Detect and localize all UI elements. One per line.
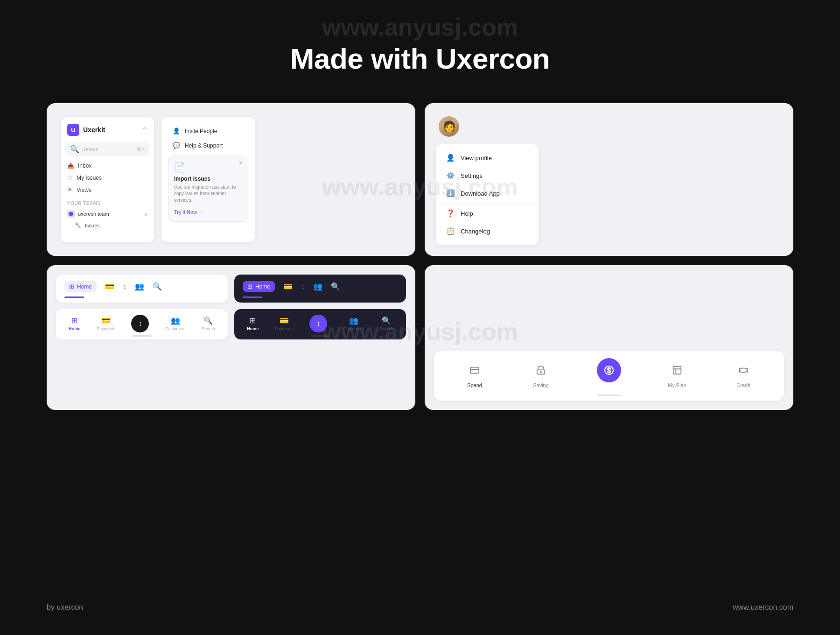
profile-menu-item-downloadapp[interactable]: ⬇️ Download App bbox=[441, 184, 534, 202]
nav-bottom-payments-dark[interactable]: 💳 Payments bbox=[275, 316, 294, 331]
saving-label: Saving bbox=[533, 382, 549, 388]
popup-invite-label: Invite People bbox=[185, 128, 217, 134]
chevron-icon: ∧ bbox=[144, 212, 147, 217]
nav-bottom-payments-light[interactable]: 💳 Payments bbox=[97, 316, 115, 331]
saving-icon-wrap bbox=[531, 360, 551, 381]
nav-indicator-dark bbox=[311, 335, 329, 337]
sidebar-item-inbox[interactable]: 📥 Inbox bbox=[61, 160, 154, 172]
nav-search-icon-dark[interactable]: 🔍 bbox=[331, 282, 340, 291]
nav-bottom-customers-light[interactable]: 👥 Customers bbox=[165, 316, 186, 331]
home-label-dark-bottom: Home bbox=[247, 326, 259, 331]
sidebar-team-item[interactable]: uxercon team ∧ bbox=[61, 208, 154, 220]
nav-home-chip-light[interactable]: ⊞ Home bbox=[64, 281, 97, 292]
nav-users-icon-dark[interactable]: 👥 bbox=[313, 282, 322, 291]
home-icon-light: ⊞ bbox=[71, 316, 77, 325]
sidebar-item-inbox-label: Inbox bbox=[78, 162, 91, 169]
search-placeholder: Search bbox=[82, 147, 134, 152]
nav-bottom-customers-dark[interactable]: 👥 Customers bbox=[343, 316, 364, 331]
nav-transfer-icon-light[interactable]: ↕ bbox=[123, 282, 126, 291]
myplan-label: My Plan bbox=[668, 382, 686, 388]
profile-menu-item-help[interactable]: ❓ Help bbox=[441, 205, 534, 222]
nav-card-icon-dark[interactable]: 💳 bbox=[283, 282, 293, 291]
menu-divider bbox=[441, 203, 534, 204]
download-app-label: Download App bbox=[461, 190, 500, 197]
finance-item-credit[interactable]: Credit bbox=[733, 360, 754, 388]
settings-label: Settings bbox=[461, 172, 483, 179]
payments-label-light: Payments bbox=[97, 326, 115, 331]
nav-bottom-search-light[interactable]: 🔍 Search bbox=[202, 316, 215, 331]
customers-label-dark: Customers bbox=[343, 326, 364, 331]
download-icon: ⬇️ bbox=[446, 189, 455, 198]
spend-icon-wrap bbox=[464, 360, 485, 381]
sidebar-subitem-issues[interactable]: 🔧 Issues bbox=[61, 220, 154, 231]
search-icon-light-bottom: 🔍 bbox=[203, 316, 213, 325]
payments-label-dark: Payments bbox=[275, 326, 294, 331]
shield-icon: 🛡 bbox=[67, 175, 73, 181]
sidebar-logo: U Uxerkit bbox=[67, 124, 105, 136]
footer-left: by uxercon bbox=[47, 603, 83, 612]
finance-indicator bbox=[597, 395, 621, 396]
gear-icon: ⚙️ bbox=[446, 171, 455, 180]
nav-indicator-light bbox=[133, 335, 151, 337]
nav-home-chip-dark[interactable]: ⊞ Home bbox=[243, 281, 275, 292]
popup-panel: 👤 Invite People 💬 Help & Support ✕ 📄 Imp… bbox=[161, 117, 255, 242]
nav-bottom-home-light[interactable]: ⊞ Home bbox=[69, 316, 80, 331]
sidebar-item-myissues[interactable]: 🛡 My Issues bbox=[61, 172, 154, 184]
nav-fab-light[interactable]: ↕ bbox=[131, 315, 149, 332]
sidebar-panel: U Uxerkit ⌃ 🔍 Search ⌘K 📥 Inbox 🛡 My Iss… bbox=[61, 117, 154, 242]
nav-transfer-icon-dark[interactable]: ↕ bbox=[301, 282, 305, 291]
search-icon: 🔍 bbox=[70, 145, 79, 154]
popup-help-label: Help & Support bbox=[185, 142, 223, 149]
nav-bottom-search-dark[interactable]: 🔍 Search bbox=[380, 316, 393, 331]
sidebar-item-myissues-label: My Issues bbox=[77, 175, 102, 181]
profile-menu-item-viewprofile[interactable]: 👤 View profile bbox=[441, 149, 534, 167]
home-label-light: Home bbox=[77, 283, 92, 290]
import-description: Use our migration assistant to copy issu… bbox=[174, 184, 242, 204]
popup-item-invite[interactable]: 👤 Invite People bbox=[168, 124, 248, 138]
fab-icon-dark: ↕ bbox=[316, 319, 320, 328]
top-nav-row: ⊞ Home 💳 ↕ 👥 🔍 ⊞ Home 💳 bbox=[56, 275, 406, 303]
help-circle-icon: ❓ bbox=[446, 209, 455, 218]
views-icon: 👁 bbox=[67, 187, 73, 193]
sidebar-header: U Uxerkit ⌃ bbox=[61, 124, 154, 141]
view-profile-label: View profile bbox=[461, 155, 492, 162]
payments-icon-light: 💳 bbox=[101, 316, 111, 325]
home-label-dark: Home bbox=[255, 283, 270, 290]
help-icon: 💬 bbox=[173, 142, 180, 149]
customers-icon-light: 👥 bbox=[171, 316, 180, 325]
team-icon bbox=[67, 210, 75, 218]
finance-item-saving[interactable]: Saving bbox=[531, 360, 551, 388]
sort-icon[interactable]: ⌃ bbox=[142, 126, 147, 134]
profile-menu-item-settings[interactable]: ⚙️ Settings bbox=[441, 167, 534, 184]
user-icon: 👤 bbox=[446, 154, 455, 162]
sidebar-item-views[interactable]: 👁 Views bbox=[61, 184, 154, 196]
nav-bottom-home-dark[interactable]: ⊞ Home bbox=[247, 316, 259, 331]
popup-item-help[interactable]: 💬 Help & Support bbox=[168, 138, 248, 153]
card-sidebar: U Uxerkit ⌃ 🔍 Search ⌘K 📥 Inbox 🛡 My Iss… bbox=[47, 103, 415, 256]
profile-menu-item-changelog[interactable]: 📋 Changelog bbox=[441, 222, 534, 240]
footer-right: www.uxercon.com bbox=[733, 603, 793, 612]
fab-icon-light: ↕ bbox=[138, 319, 142, 328]
finance-item-spend[interactable]: Spend bbox=[464, 360, 485, 388]
spend-label: Spend bbox=[467, 382, 482, 388]
import-close-button[interactable]: ✕ bbox=[238, 160, 243, 166]
finance-item-myplan[interactable]: My Plan bbox=[667, 360, 687, 388]
nav-fab-dark[interactable]: ↕ bbox=[309, 315, 327, 332]
changelog-icon: 📋 bbox=[446, 227, 455, 235]
home-icon-dark-bottom: ⊞ bbox=[250, 316, 256, 325]
sidebar-subitem-issues-label: Issues bbox=[85, 223, 100, 228]
search-shortcut: ⌘K bbox=[137, 147, 145, 152]
changelog-label: Changelog bbox=[461, 228, 490, 235]
profile-avatar: 🧑 bbox=[439, 116, 459, 137]
customers-label-light: Customers bbox=[165, 326, 186, 331]
finance-item-fab[interactable]: • bbox=[597, 358, 621, 390]
help-label: Help bbox=[461, 210, 473, 217]
card-nav-bars: ⊞ Home 💳 ↕ 👥 🔍 ⊞ Home 💳 bbox=[47, 265, 415, 410]
import-cta-link[interactable]: Try it Now → bbox=[174, 209, 203, 215]
nav-users-icon-light[interactable]: 👥 bbox=[135, 282, 144, 291]
nav-card-icon-light[interactable]: 💳 bbox=[105, 282, 114, 291]
svg-point-3 bbox=[540, 372, 541, 373]
nav-search-icon-light[interactable]: 🔍 bbox=[153, 282, 162, 291]
sidebar-search[interactable]: 🔍 Search ⌘K bbox=[65, 142, 149, 156]
teams-section-label: Your Teams bbox=[61, 196, 154, 208]
